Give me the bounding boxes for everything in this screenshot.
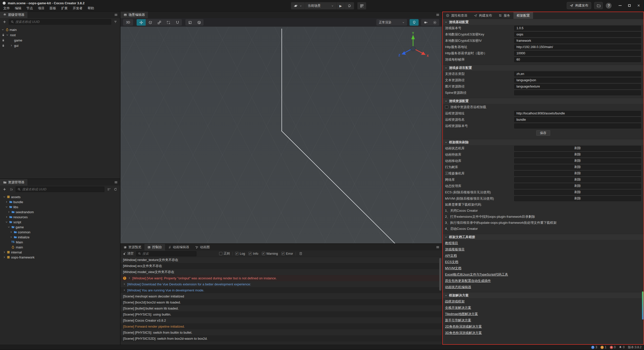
chevron-right-icon[interactable]	[10, 44, 13, 47]
hierarchy-panel-menu-button[interactable]	[112, 12, 120, 18]
log-expand-chevron-icon[interactable]	[128, 277, 131, 279]
remove-button-行为树库[interactable]: 剔除	[514, 165, 641, 170]
link-Excel格式转Json文件与TypeScript代码工具[interactable]: Excel格式转Json文件与TypeScript代码工具	[445, 272, 508, 277]
asset-node-seedrandom[interactable]: seedrandom	[0, 209, 120, 214]
asset-node-internal[interactable]: internal	[0, 250, 120, 255]
chevron-down-icon[interactable]	[3, 196, 6, 198]
link-动画状态机编辑器[interactable]: 动画状态机编辑器	[445, 285, 471, 289]
log-row[interactable]: [Scene] Forward render pipeline initiali…	[120, 323, 442, 329]
chevron-right-icon[interactable]	[5, 201, 8, 203]
filter-checkbox-Log[interactable]: ✓Log	[235, 252, 245, 255]
log-row[interactable]: [Window] render_texture文件夹不存在	[120, 257, 442, 263]
tree-node-game[interactable]: game	[0, 37, 120, 43]
link-战棋游戏框架[interactable]: 战棋游戏框架	[445, 299, 465, 304]
asset-node-oops-framework[interactable]: oops-framework	[0, 255, 120, 260]
coordinate-toggle-button[interactable]	[194, 19, 204, 26]
scene-panel-menu-button[interactable]	[434, 12, 442, 18]
section-collapse-chevron-icon[interactable]	[445, 294, 447, 297]
chevron-right-icon[interactable]	[10, 236, 12, 238]
menu-item-面板[interactable]: 面板	[47, 6, 59, 11]
input-游戏每秒帧率[interactable]	[514, 57, 641, 62]
open-project-folder-button[interactable]	[594, 2, 603, 9]
log-row[interactable]: [Scene] [PHYSICS]: using builtin.	[120, 311, 442, 317]
menu-item-扩展[interactable]: 扩展	[59, 6, 70, 11]
inspector-scrollbar-thumb[interactable]	[642, 291, 643, 320]
asset-node-main[interactable]: main	[0, 245, 120, 250]
tree-node-root[interactable]: root	[0, 32, 120, 37]
tree-node-gui[interactable]: gui	[0, 43, 120, 48]
remove-button-ECS (剔除后模板项目无法使用)[interactable]: 剔除	[514, 190, 641, 195]
menu-item-编辑[interactable]: 编辑	[12, 6, 24, 11]
spline-tool-button[interactable]	[173, 19, 182, 26]
tab-动画图[interactable]: 动画图	[192, 244, 213, 250]
tab-hierarchy[interactable]: 层级管理器	[0, 12, 27, 18]
create-node-button[interactable]	[2, 20, 7, 24]
asset-node-common[interactable]: common	[0, 230, 120, 235]
scene-select-dropdown[interactable]: 当前场景	[305, 2, 337, 9]
rect-tool-button[interactable]	[164, 19, 173, 26]
log-row[interactable]: [Window] You are running Vue in developm…	[120, 287, 442, 293]
hierarchy-filter-button[interactable]	[113, 20, 118, 24]
hierarchy-search-input[interactable]	[15, 20, 109, 24]
input-游戏版本号[interactable]	[514, 26, 641, 31]
link-全栈开发解决方案[interactable]: 全栈开发解决方案	[445, 305, 471, 310]
log-expand-chevron-icon[interactable]	[123, 283, 126, 285]
asset-node-script[interactable]: script	[0, 220, 120, 225]
filter-checkbox-Warning[interactable]: ✓Warning	[262, 252, 278, 255]
chevron-down-icon[interactable]	[5, 206, 8, 208]
section-header-游戏资源配置[interactable]: 游戏资源配置	[443, 98, 643, 104]
section-header-框架文档工具链接[interactable]: 框架文档工具链接	[443, 234, 643, 240]
console-scrollbar-thumb[interactable]	[439, 258, 441, 291]
clear-console-button[interactable]: 清空	[123, 251, 134, 256]
menu-item-文件[interactable]: 文件	[1, 6, 12, 11]
remove-button-动画移动库[interactable]: 剔除	[514, 158, 641, 163]
tab-属性检查器[interactable]: 属性检查器	[443, 12, 471, 19]
refresh-assets-button[interactable]	[113, 188, 118, 191]
log-row[interactable]: [Scene] [bullet]:bullet wasm lib loaded.	[120, 305, 442, 311]
section-collapse-chevron-icon[interactable]	[445, 100, 447, 102]
info-count[interactable]: ? 3	[591, 345, 597, 349]
section-collapse-chevron-icon[interactable]	[445, 141, 447, 144]
log-expand-chevron-icon[interactable]	[123, 289, 126, 291]
chevron-down-icon[interactable]	[2, 28, 4, 31]
section-collapse-chevron-icon[interactable]	[445, 67, 447, 69]
lighting-toggle[interactable]	[410, 19, 419, 26]
link-原生包热更新配置自动生成插件[interactable]: 原生包热更新配置自动生成插件	[445, 279, 491, 283]
input-本地数据CryptoES加密IV[interactable]	[514, 38, 641, 43]
remove-button-动画特效库[interactable]: 剔除	[514, 152, 641, 157]
console-panel-menu-button[interactable]	[434, 244, 442, 250]
assets-filter-button[interactable]	[106, 188, 111, 191]
tab-框架配置[interactable]: 框架配置	[513, 12, 533, 19]
chevron-down-icon[interactable]	[6, 34, 9, 36]
input-远程资源版本号[interactable]	[514, 123, 641, 128]
remove-button-动画状态机库[interactable]: 剔除	[514, 146, 641, 151]
input-远程资源包名[interactable]	[514, 117, 641, 122]
help-button[interactable]: ?	[606, 3, 612, 9]
collapse-logs-button[interactable]	[298, 252, 303, 255]
preview-platform-button[interactable]	[291, 2, 305, 9]
link-教程项目[interactable]: 教程项目	[445, 241, 458, 245]
link-游戏模板项目[interactable]: 游戏模板项目	[445, 247, 465, 252]
asset-node-initialize[interactable]: initialize	[0, 235, 120, 240]
move-tool-button[interactable]	[137, 19, 146, 26]
log-row[interactable]: [Scene] [box2d]:box2d wasm lib loaded.	[120, 299, 442, 305]
input-文本资源路径[interactable]	[514, 78, 641, 83]
log-row[interactable]: [Scene] [PHYSICS]: switch from builtin t…	[120, 329, 442, 335]
tab-动画编辑器[interactable]: 动画编辑器	[165, 244, 192, 250]
chevron-right-icon[interactable]	[10, 231, 12, 233]
input-支持语言类型[interactable]	[514, 71, 641, 76]
asset-node-assets[interactable]: assets	[0, 194, 120, 199]
link-MVVM文档[interactable]: MVVM文档	[445, 266, 461, 271]
remove-button-MVVM (剔除后模板项目无法使用)[interactable]: 剔除	[514, 196, 641, 201]
error-count[interactable]: × 0	[610, 345, 616, 349]
link-3D角色扮演游戏解决方案[interactable]: 3D角色扮演游戏解决方案	[445, 331, 482, 335]
preview-qr-button[interactable]	[357, 2, 366, 10]
warning-count[interactable]: ! 1	[600, 345, 607, 349]
dimension-toggle[interactable]: 3D	[123, 19, 133, 26]
remove-button-三维摄像机库[interactable]: 剔除	[514, 171, 641, 176]
section-collapse-chevron-icon[interactable]	[445, 236, 447, 238]
section-header-游戏多语言配置[interactable]: 游戏多语言配置	[443, 65, 643, 71]
section-header-游戏基础配置[interactable]: 游戏基础配置	[443, 19, 643, 25]
console-logs[interactable]: [Window] render_texture文件夹不存在[Window] ec…	[120, 257, 442, 345]
scale-tool-button[interactable]	[155, 19, 164, 26]
